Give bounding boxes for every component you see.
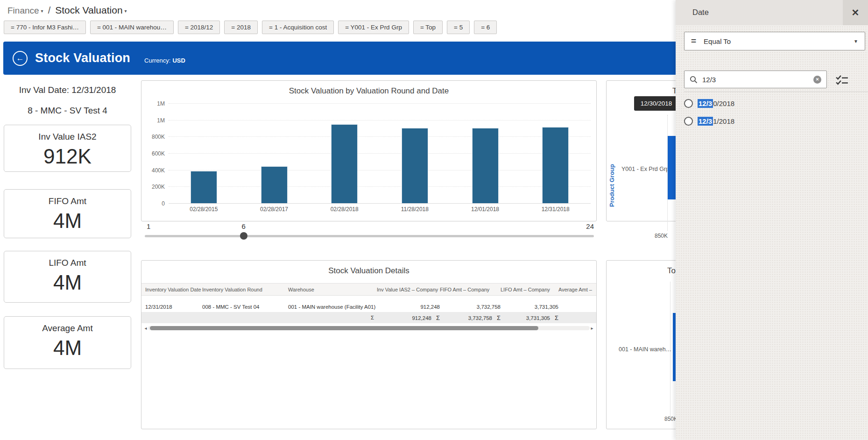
chart-bar[interactable] (402, 128, 428, 203)
table-row[interactable]: 12/31/2018 008 - MMC - SV Test 04 001 - … (141, 302, 596, 312)
column-header[interactable]: FIFO Amt – Company (440, 287, 501, 292)
caret-down-icon: ▾ (41, 8, 43, 14)
inv-val-date-text: Inv Val Date: 12/31/2018 (4, 85, 131, 95)
close-button[interactable]: ✕ (843, 0, 868, 25)
column-header[interactable]: Inventory Valuation Date (145, 287, 202, 292)
kpi-value: 4M (4, 271, 131, 294)
chart-bar[interactable] (331, 124, 358, 203)
breadcrumb-page-label: Stock Valuation (55, 5, 122, 15)
search-icon (690, 76, 698, 84)
caret-down-icon: ▾ (125, 8, 127, 14)
equals-icon: = (691, 36, 696, 46)
x-tick-label: 02/28/2018 (309, 206, 380, 213)
x-tick-label: 02/28/2015 (169, 206, 239, 213)
filter-chip[interactable]: = 001 - MAIN warehou… (90, 21, 174, 34)
scrollbar-track[interactable] (148, 326, 590, 330)
operator-dropdown[interactable]: = Equal To ▼ (684, 32, 865, 50)
breadcrumb: Finance▾ / Stock Valuation▾ (7, 5, 127, 16)
main-chart-panel: Stock Valuation by Valuation Round and D… (141, 80, 597, 221)
currency-value: USD (172, 57, 185, 64)
breadcrumb-section[interactable]: Finance▾ (7, 6, 43, 16)
filter-chip-bar: = 770 - Infor M3 Fashi… = 001 - MAIN war… (4, 21, 497, 34)
search-match-highlight: 12/3 (698, 99, 713, 108)
y-tick-label: 1M (143, 117, 165, 124)
column-header[interactable]: Inventory Valuation Round (202, 287, 288, 292)
y-tick-label: 600K (143, 150, 165, 157)
date-option-12-30-2018[interactable]: 12/30/2018 (684, 97, 734, 109)
kpi-label: Average Amt (4, 323, 131, 334)
chart-tooltip: 12/30/2018 (634, 96, 678, 111)
clear-icon[interactable]: ✕ (813, 76, 821, 84)
kpi-card-lifo[interactable]: LIFO Amt 4M (4, 251, 131, 303)
filter-chip[interactable]: = 6 (474, 21, 497, 34)
slider-min-label: 1 (147, 222, 150, 230)
cell-warehouse: 001 - MAIN warehouse (Facility A01) (288, 304, 377, 310)
filter-chip[interactable]: = 2018 (224, 21, 258, 34)
category-label: 001 - MAIN wareh… (619, 346, 671, 353)
column-header[interactable]: Average Amt – C… (558, 287, 593, 292)
radio-icon[interactable] (684, 117, 693, 126)
page-title: Stock Valuation (35, 51, 130, 65)
back-button[interactable]: ← (13, 51, 28, 66)
column-header[interactable]: Inv Value IAS2 – Company (377, 287, 440, 292)
slider-handle[interactable] (240, 232, 247, 240)
chart-bar[interactable] (261, 166, 288, 203)
warehouse-chart-title: To (667, 266, 676, 276)
chart-bar[interactable] (191, 171, 217, 203)
date-option-12-31-2018[interactable]: 12/31/2018 (684, 115, 734, 127)
chart-bar[interactable] (472, 128, 499, 203)
divider (684, 92, 868, 92)
kpi-value: 4M (4, 336, 131, 360)
kpi-value: 912K (4, 145, 131, 168)
slider-track[interactable] (145, 235, 594, 237)
kpi-label: Inv Value IAS2 (4, 132, 131, 142)
chart-zoom-slider: 1 6 24 (145, 222, 594, 241)
x-axis-labels: 02/28/2015 02/28/2017 02/28/2018 11/28/2… (169, 206, 591, 213)
filter-chip[interactable]: = 1 - Acquisition cost (262, 21, 334, 34)
filter-chip[interactable]: = 770 - Infor M3 Fashi… (4, 21, 86, 34)
filter-chip[interactable]: = Y001 - Ex Prd Grp (338, 21, 409, 34)
slider-current-label: 6 (241, 222, 245, 230)
sigma-icon: Σ (555, 314, 558, 321)
operator-value: Equal To (704, 37, 731, 45)
scroll-right-icon[interactable]: ▸ (590, 326, 594, 331)
kpi-label: FIFO Amt (4, 196, 131, 206)
kpi-card-inv-value[interactable]: Inv Value IAS2 912K (4, 125, 131, 172)
kpi-card-fifo[interactable]: FIFO Amt 4M (4, 189, 131, 238)
x-tick-label: 11/28/2018 (380, 206, 450, 213)
filter-chip[interactable]: = 2018/12 (178, 21, 220, 34)
totals-lifo: 3,731,305Σ (501, 314, 558, 321)
radio-icon[interactable] (684, 99, 693, 108)
app-root: Finance▾ / Stock Valuation▾ = 770 - Info… (0, 0, 868, 440)
cell-date: 12/31/2018 (145, 304, 202, 310)
breadcrumb-separator: / (48, 5, 51, 16)
category-label: Y001 - Ex Prd Grp (621, 166, 669, 172)
date-filter-panel: Date ✕ = Equal To ▼ ✕ 12/30/2018 12/31/2… (676, 0, 868, 440)
option-label: 12/31/2018 (698, 117, 734, 125)
y-tick-label: 800K (143, 134, 165, 140)
scroll-left-icon[interactable]: ◂ (143, 326, 148, 331)
table-horizontal-scrollbar: ◂ ▸ (143, 325, 594, 331)
checklist-icon[interactable] (835, 74, 848, 87)
y-tick-label: 1M (143, 100, 165, 107)
x-tick-label: 12/01/2018 (450, 206, 521, 213)
kpi-label: LIFO Amt (4, 258, 131, 268)
search-input[interactable] (702, 76, 813, 84)
cell-lifo: 3,731,305 (501, 304, 558, 310)
filter-chip[interactable]: = Top (413, 21, 443, 34)
totals-fifo: 3,732,758Σ (440, 314, 501, 321)
slider-max-label: 24 (586, 222, 594, 230)
cell-inv-value: 912,248 (377, 304, 440, 310)
scrollbar-thumb[interactable] (150, 326, 538, 330)
breadcrumb-page[interactable]: Stock Valuation▾ (55, 5, 127, 16)
details-table-panel: Stock Valuation Details Inventory Valuat… (141, 260, 597, 429)
main-chart-plot: 1M 1M 800K 600K 400K 200K 0 (169, 103, 591, 203)
table-totals-row: Σ 912,248Σ 3,732,758Σ 3,731,305Σ (141, 312, 596, 323)
kpi-card-average[interactable]: Average Amt 4M (4, 316, 131, 369)
column-header[interactable]: LIFO Amt – Company (501, 287, 558, 292)
chart-bar[interactable] (542, 127, 569, 203)
column-header[interactable]: Warehouse (288, 287, 377, 292)
filter-panel-title: Date (692, 8, 709, 17)
filter-chip[interactable]: = 5 (447, 21, 470, 34)
y-tick-label: 400K (143, 167, 165, 174)
